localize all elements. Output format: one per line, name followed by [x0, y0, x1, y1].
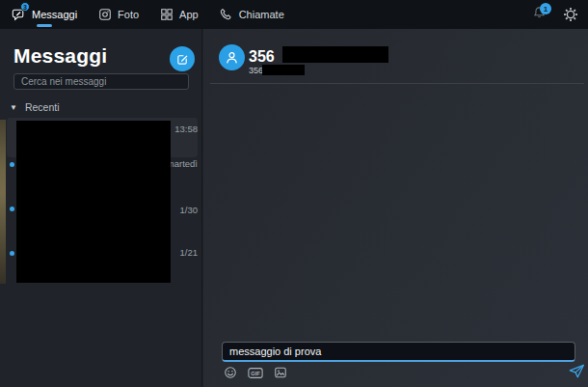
gif-icon: GIF: [248, 367, 263, 379]
unread-dot: [10, 162, 14, 167]
compose-pencil-icon: [176, 53, 189, 66]
tab-chiamate[interactable]: Chiamate: [220, 0, 284, 29]
send-paper-plane-icon: [569, 364, 585, 378]
new-message-button[interactable]: [170, 46, 195, 71]
person-icon: [224, 49, 240, 66]
composer-toolbar: GIF: [224, 366, 287, 379]
active-tab-indicator: [37, 24, 52, 27]
gif-button[interactable]: GIF: [248, 367, 263, 379]
tab-messaggi-label: Messaggi: [32, 9, 77, 20]
tab-messaggi[interactable]: 3 Messaggi: [12, 0, 77, 29]
tab-app[interactable]: App: [160, 0, 199, 29]
notifications-button[interactable]: 1: [532, 6, 549, 23]
chat-header: 356 356: [203, 29, 588, 83]
chevron-down-icon: ▼: [10, 103, 17, 112]
redacted-conversation-names[interactable]: [16, 121, 171, 283]
recents-section-header[interactable]: ▼ Recenti: [10, 101, 60, 113]
top-bar: 3 Messaggi Foto App: [0, 0, 588, 29]
redacted-contact-name: [282, 46, 388, 63]
tab-app-label: App: [179, 9, 199, 20]
phone-link-window: 3 Messaggi Foto App: [0, 0, 588, 387]
search-input[interactable]: [13, 73, 189, 90]
emoji-smiley-icon: [224, 366, 237, 379]
contact-name: 356: [249, 48, 275, 66]
recents-label: Recenti: [25, 101, 60, 113]
header-divider: [210, 83, 584, 84]
contact-avatar[interactable]: [219, 44, 245, 70]
unread-dot: [10, 207, 14, 211]
messages-badge: 3: [20, 2, 30, 12]
phone-icon: [220, 8, 233, 21]
unread-dot: [10, 251, 14, 256]
chat-panel: 356 356 GIF: [203, 29, 588, 387]
notification-count-badge: 1: [540, 3, 551, 14]
image-icon: [274, 366, 287, 379]
contact-number: 356: [249, 66, 263, 75]
avatar-edge-sliver: [0, 120, 6, 284]
redacted-contact-number: [262, 65, 305, 75]
tab-chiamate-label: Chiamate: [239, 9, 284, 20]
send-button[interactable]: [569, 364, 585, 378]
attach-image-button[interactable]: [274, 366, 287, 379]
top-bar-actions: 1: [532, 0, 578, 29]
conversations-sidebar: Messaggi ▼ Recenti 13:58 martedì 1/30 1/…: [0, 29, 202, 387]
svg-text:GIF: GIF: [251, 371, 260, 376]
sidebar-title: Messaggi: [13, 44, 107, 68]
tab-strip: 3 Messaggi Foto App: [0, 0, 284, 29]
apps-grid-icon: [160, 8, 174, 21]
photos-icon: [98, 8, 112, 21]
conversation-list: 13:58 martedì 1/30 1/21: [0, 114, 202, 387]
message-input[interactable]: [222, 342, 575, 362]
tab-foto[interactable]: Foto: [98, 0, 139, 29]
emoji-button[interactable]: [224, 366, 237, 379]
settings-gear-icon[interactable]: [563, 7, 578, 22]
tab-foto-label: Foto: [118, 9, 139, 20]
